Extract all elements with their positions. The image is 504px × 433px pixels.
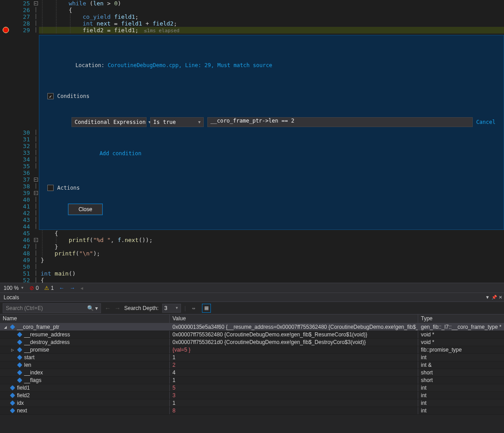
fold-marker[interactable]: │ [33,210,39,216]
filter-button[interactable]: ⎃ [189,304,198,313]
code-line[interactable] [39,263,504,270]
condition-type-dropdown[interactable]: Conditional Expression▼ [71,117,147,127]
condition-expression-input[interactable]: __coro_frame_ptr->len == 2 [207,117,473,127]
location-link[interactable]: CoroutineDebugDemo.cpp, Line: 29, Must m… [108,62,272,68]
fold-marker[interactable]: │ [33,250,39,257]
locals-grid[interactable]: Name Value Type ◢__coro_frame_ptr0x00000… [0,314,504,433]
variable-name: field1 [17,385,30,391]
breakpoint-settings-panel: Location: CoroutineDebugDemo.cpp, Line: … [39,35,504,230]
add-condition-link[interactable]: Add condition [100,150,142,157]
fold-marker[interactable]: − [33,0,39,7]
line-number: 35 [11,163,30,170]
breakpoint-margin[interactable] [0,0,11,283]
variable-name: __flags [24,377,42,383]
zoom-control[interactable]: 100 % ▼ [4,285,24,291]
fold-marker[interactable]: │ [33,20,39,27]
locals-row[interactable]: __index4short [0,369,504,377]
fold-marker[interactable]: │ [33,196,39,203]
fold-marker[interactable]: │ [33,243,39,250]
fold-marker[interactable]: │ [33,270,39,277]
column-value-header[interactable]: Value [170,314,418,323]
search-prev-button[interactable]: ← [105,305,111,312]
code-line[interactable]: ┊ ┊ ┊ field2 = field1;≤1ms elapsed [39,27,504,34]
fold-marker[interactable]: │ [33,143,39,149]
locals-panel-header[interactable]: Locals ▼ 📌 ✕ [0,293,504,302]
variable-value: {val=5 } [172,347,190,353]
code-line[interactable]: ┊ ┊ ┊ co_yield field1; [39,13,504,20]
locals-row[interactable]: __flags1short [0,377,504,384]
fold-marker[interactable]: │ [33,183,39,190]
fold-marker[interactable]: │ [33,149,39,156]
column-name-header[interactable]: Name [0,314,170,323]
location-label: Location: [76,62,108,68]
code-line[interactable]: int main() [39,270,504,277]
locals-row[interactable]: idx1int [0,399,504,407]
close-icon[interactable]: ✕ [499,295,502,300]
actions-checkbox[interactable] [47,185,54,191]
fold-marker[interactable]: − [33,237,39,243]
nav-back-button[interactable]: ← [59,285,64,291]
line-number: 41 [11,203,30,210]
fold-marker[interactable]: │ [33,129,39,136]
cancel-link[interactable]: Cancel [476,119,496,125]
fold-marker[interactable]: − [33,190,39,196]
error-count[interactable]: ⊘ 0 [29,285,39,291]
fold-marker[interactable]: │ [33,277,39,283]
search-depth-label: Search Depth: [124,305,159,311]
fold-column[interactable]: −││││││││││−│−│││││−││││││ [33,0,39,283]
nav-forward-button[interactable]: → [70,285,75,291]
locals-row[interactable]: ◢__coro_frame_ptr0x00000135e5a34f60 {__r… [0,323,504,331]
locals-row[interactable]: __destroy_address0x00007ff7553621d0 {Cor… [0,339,504,346]
fold-marker[interactable] [33,230,39,237]
locals-row[interactable]: ▷__promise{val=5 }fib::promise_type [0,346,504,354]
expander-icon[interactable]: ▷ [10,348,15,352]
fold-marker[interactable]: │ [33,136,39,143]
fold-marker[interactable]: │ [33,7,39,13]
condition-eval-dropdown[interactable]: Is true▼ [150,117,204,127]
line-number: 37 [11,176,30,183]
column-type-header[interactable]: Type [418,314,504,323]
code-line[interactable]: ┊ } [39,243,504,250]
search-depth-dropdown[interactable]: 3 ▼ [162,304,181,313]
pin-icon[interactable]: 📌 [491,295,497,300]
code-content[interactable]: ┊ ┊ while (len > 0)┊ ┊ {┊ ┊ ┊ co_yield f… [39,0,504,283]
code-line[interactable]: ┊ ┊ printf("%d ", f.next()); [39,237,504,243]
code-line[interactable]: ┊ printf("\n"); [39,250,504,257]
variable-name: field2 [17,392,30,399]
locals-row[interactable]: start1int [0,354,504,361]
conditions-checkbox[interactable] [47,93,54,99]
warning-count[interactable]: ⚠ 1 [44,285,54,291]
fold-marker[interactable]: │ [33,13,39,20]
code-line[interactable]: ┊ { [39,230,504,237]
fold-marker[interactable]: │ [33,203,39,210]
code-line[interactable]: ┊ ┊ ┊ int next = field1 + field2; [39,20,504,27]
code-line[interactable]: ┊ ┊ while (len > 0) [39,0,504,7]
locals-row[interactable]: field15int [0,384,504,392]
fold-marker[interactable] [33,170,39,176]
fold-marker[interactable]: │ [33,27,39,34]
variable-value: 3 [172,392,176,399]
fold-marker[interactable]: │ [33,163,39,170]
code-line[interactable]: { [39,277,504,283]
close-button[interactable]: Close [68,204,102,215]
search-next-button[interactable]: → [114,305,121,312]
line-number: 39 [11,190,30,196]
locals-row[interactable]: field23int [0,392,504,399]
fold-marker[interactable]: │ [33,263,39,270]
breakpoint-icon[interactable] [3,27,9,33]
locals-search-input[interactable]: Search (Ctrl+E) 🔍 ▾ [3,303,101,313]
locals-row[interactable]: len2int & [0,361,504,369]
locals-row[interactable]: __resume_address0x00007ff755362480 {Coro… [0,331,504,339]
expander-icon[interactable]: ◢ [3,325,8,329]
fold-marker[interactable]: │ [33,216,39,223]
view-mode-button[interactable]: ▦ [202,304,211,313]
fold-marker[interactable]: │ [33,223,39,230]
dropdown-icon[interactable]: ▼ [485,295,490,300]
code-line[interactable]: ┊ ┊ { [39,7,504,13]
locals-title: Locals [4,294,19,301]
fold-marker[interactable]: − [33,176,39,183]
fold-marker[interactable]: │ [33,156,39,163]
fold-marker[interactable]: │ [33,257,39,263]
locals-row[interactable]: next8int [0,407,504,415]
code-line[interactable]: } [39,257,504,263]
